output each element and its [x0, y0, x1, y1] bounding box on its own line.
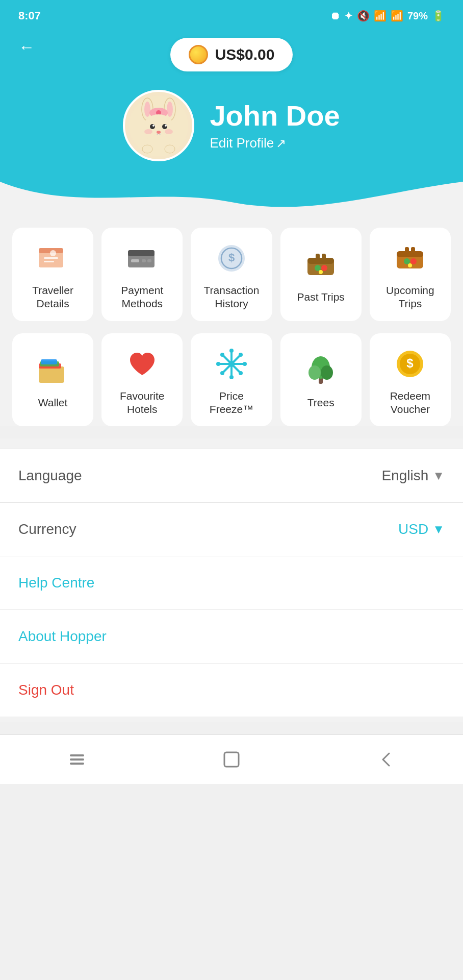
- signal-icon: 📶: [391, 10, 403, 22]
- svg-point-11: [165, 125, 167, 127]
- favourite-hotels-label: Favourite Hotels: [107, 389, 177, 416]
- about-hopper-row[interactable]: About Hopper: [0, 610, 463, 664]
- svg-point-62: [220, 371, 224, 375]
- svg-point-2: [144, 102, 150, 117]
- svg-rect-27: [131, 259, 139, 262]
- svg-point-66: [308, 365, 321, 380]
- balance-pill: US$0.00: [170, 38, 293, 71]
- svg-point-4: [167, 102, 173, 117]
- svg-point-56: [229, 375, 234, 379]
- profile-section: John Doe Edit Profile ↗: [123, 90, 340, 182]
- svg-rect-41: [397, 251, 423, 257]
- chevron-down-icon: ▼: [432, 522, 445, 536]
- coin-icon: [189, 45, 208, 64]
- record-icon: ⏺: [330, 10, 340, 22]
- svg-point-45: [410, 258, 417, 264]
- svg-rect-42: [405, 247, 409, 253]
- balance-amount: US$0.00: [215, 46, 275, 63]
- language-row[interactable]: Language English ▼: [0, 449, 463, 503]
- svg-point-61: [239, 353, 243, 357]
- nav-menu-button[interactable]: [67, 749, 87, 774]
- svg-point-60: [239, 371, 243, 375]
- svg-point-59: [220, 353, 224, 357]
- svg-rect-47: [39, 366, 64, 383]
- svg-rect-71: [70, 754, 84, 756]
- transaction-history-label: Transaction History: [196, 284, 267, 311]
- svg-point-38: [321, 265, 327, 271]
- wallet-label: Wallet: [38, 396, 68, 409]
- hero-section: ← US$0.00: [0, 28, 463, 182]
- price-freeze-icon: [213, 346, 250, 382]
- svg-text:$: $: [407, 356, 414, 370]
- past-trips-label: Past Trips: [297, 290, 345, 304]
- svg-point-58: [243, 362, 247, 366]
- svg-rect-34: [307, 258, 334, 264]
- menu-traveller-details[interactable]: Traveller Details: [12, 228, 93, 321]
- cursor-icon: ↗: [276, 136, 286, 151]
- favourite-icon: [124, 346, 161, 382]
- no-sound-icon: 🔇: [357, 10, 370, 22]
- settings-area: Language English ▼ Currency USD ▼ Help C…: [0, 438, 463, 722]
- menu-wallet[interactable]: Wallet: [12, 333, 93, 427]
- svg-point-39: [319, 270, 323, 274]
- svg-rect-26: [128, 250, 155, 256]
- svg-point-55: [229, 349, 234, 353]
- menu-price-freeze[interactable]: Price Freeze™: [191, 333, 272, 427]
- status-icons: ⏺ ✦ 🔇 📶 📶 79% 🔋: [330, 10, 445, 22]
- svg-rect-50: [41, 359, 57, 364]
- profile-info: John Doe Edit Profile ↗: [210, 100, 340, 152]
- menu-upcoming-trips[interactable]: Upcoming Trips: [370, 228, 451, 321]
- menu-grid-row2: Wallet Favourite Hotels: [12, 333, 451, 427]
- help-centre-label: Help Centre: [18, 575, 94, 591]
- transaction-icon: $: [213, 240, 250, 277]
- svg-rect-29: [147, 259, 151, 262]
- currency-value: USD ▼: [398, 521, 445, 537]
- svg-point-67: [321, 365, 333, 380]
- svg-point-37: [315, 265, 321, 271]
- svg-point-46: [408, 263, 412, 267]
- past-trips-icon: [302, 247, 339, 283]
- svg-rect-36: [322, 254, 326, 260]
- upcoming-trips-icon: [392, 240, 428, 277]
- back-button[interactable]: ←: [18, 38, 35, 57]
- voucher-icon: $: [392, 346, 428, 382]
- about-hopper-label: About Hopper: [18, 628, 107, 644]
- menu-redeem-voucher[interactable]: $ Redeem Voucher: [370, 333, 451, 427]
- profile-name: John Doe: [210, 100, 340, 132]
- language-label: Language: [18, 468, 82, 484]
- payment-methods-label: Payment Methods: [107, 284, 177, 311]
- svg-point-22: [50, 250, 56, 256]
- nav-back-button[interactable]: [376, 749, 396, 774]
- upcoming-trips-label: Upcoming Trips: [375, 284, 446, 311]
- svg-text:$: $: [228, 251, 235, 264]
- trees-icon: [302, 352, 339, 389]
- sign-out-row[interactable]: Sign Out: [0, 664, 463, 717]
- svg-rect-23: [44, 257, 58, 259]
- menu-trees[interactable]: Trees: [280, 333, 362, 427]
- wifi-icon: 📶: [374, 10, 387, 22]
- payment-icon: [124, 240, 161, 277]
- redeem-voucher-label: Redeem Voucher: [375, 389, 446, 416]
- currency-row[interactable]: Currency USD ▼: [0, 503, 463, 556]
- svg-point-12: [144, 129, 152, 134]
- nav-home-button[interactable]: [221, 749, 242, 774]
- status-time: 8:07: [18, 9, 41, 22]
- traveller-icon: [35, 240, 71, 277]
- svg-point-57: [216, 362, 220, 366]
- menu-past-trips[interactable]: Past Trips: [280, 228, 362, 321]
- help-centre-row[interactable]: Help Centre: [0, 556, 463, 610]
- menu-favourite-hotels[interactable]: Favourite Hotels: [101, 333, 183, 427]
- svg-rect-24: [44, 261, 54, 262]
- edit-profile-button[interactable]: Edit Profile ↗: [210, 135, 340, 151]
- bluetooth-icon: ✦: [344, 10, 353, 22]
- menu-payment-methods[interactable]: Payment Methods: [101, 228, 183, 321]
- svg-rect-35: [316, 254, 320, 260]
- menu-transaction-history[interactable]: $ Transaction History: [191, 228, 272, 321]
- svg-rect-28: [142, 259, 146, 262]
- avatar-svg: [128, 95, 189, 156]
- battery-label: 79%: [407, 10, 428, 22]
- price-freeze-label: Price Freeze™: [196, 389, 267, 416]
- svg-point-19: [165, 145, 175, 153]
- nav-bar: [0, 734, 463, 784]
- svg-point-14: [157, 131, 161, 134]
